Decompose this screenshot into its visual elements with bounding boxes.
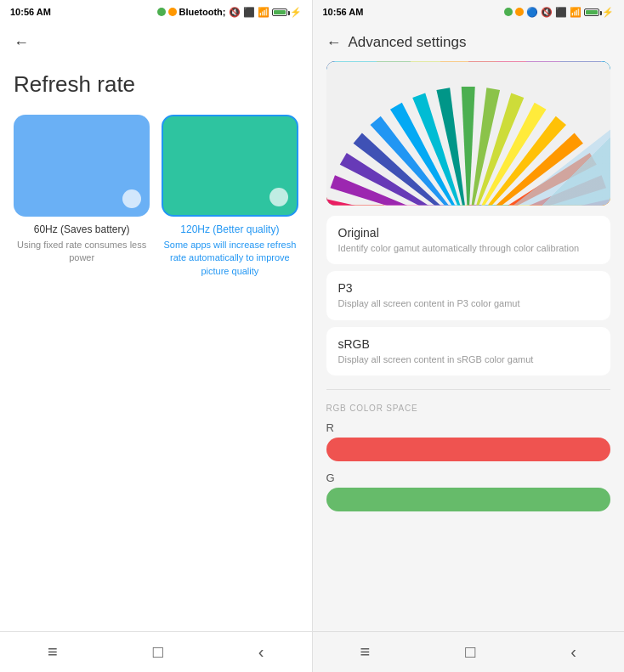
left-bluetooth-icon: Bluetooth; (179, 7, 226, 17)
right-nav-home-icon[interactable]: □ (465, 642, 475, 662)
right-bluetooth-icon: 🔵 (526, 7, 538, 18)
left-bottom-nav: ≡ □ ‹ (0, 631, 312, 672)
option-srgb-title: sRGB (338, 337, 599, 351)
right-content-area: Original Identify color gamut automatica… (313, 61, 625, 631)
rgb-section-label: RGB COLOR SPACE (326, 404, 611, 413)
left-nav-home-icon[interactable]: □ (153, 642, 163, 662)
option-p3-title: P3 (338, 281, 599, 295)
left-back-button[interactable]: ← (14, 34, 29, 52)
left-status-bar: 10:56 AM Bluetooth; 🔇 ⬛ 📶 ⚡ (0, 0, 312, 24)
left-nav-back-icon[interactable]: ‹ (258, 642, 264, 662)
right-back-button[interactable]: ← (326, 34, 342, 52)
card-120hz-circle (269, 188, 288, 206)
right-screen-icon: ⬛ (555, 7, 567, 18)
left-orange-indicator (168, 8, 177, 16)
left-nav-menu-icon[interactable]: ≡ (48, 642, 58, 662)
card-120hz-label: 120Hz (Better quality) (180, 223, 279, 235)
card-60hz-desc: Using fixed rate consumes less power (14, 239, 150, 265)
right-phone-panel: 10:56 AM 🔵 🔇 ⬛ 📶 ⚡ ← Advanced settings (313, 0, 625, 672)
right-status-bar: 10:56 AM 🔵 🔇 ⬛ 📶 ⚡ (313, 0, 625, 24)
left-mute-icon: 🔇 (229, 7, 241, 18)
left-status-icons: Bluetooth; 🔇 ⬛ 📶 ⚡ (157, 7, 302, 18)
right-bottom-nav: ≡ □ ‹ (313, 631, 625, 672)
right-nav-title: Advanced settings (349, 34, 467, 51)
option-original[interactable]: Original Identify color gamut automatica… (326, 216, 611, 264)
slider-g-label: G (326, 472, 611, 484)
slider-r-track[interactable] (326, 438, 611, 461)
right-nav-back-icon[interactable]: ‹ (570, 642, 576, 662)
right-charging-icon: ⚡ (602, 7, 614, 18)
left-screen-icon: ⬛ (243, 7, 255, 18)
option-p3[interactable]: P3 Display all screen content in P3 colo… (326, 271, 611, 319)
right-status-icons: 🔵 🔇 ⬛ 📶 ⚡ (504, 7, 614, 18)
right-mute-icon: 🔇 (541, 7, 553, 18)
option-original-title: Original (338, 226, 599, 240)
left-top-nav: ← (0, 24, 312, 61)
card-60hz[interactable]: 60Hz (Saves battery) Using fixed rate co… (14, 115, 150, 278)
refresh-rate-cards: 60Hz (Saves battery) Using fixed rate co… (14, 115, 298, 278)
card-120hz-visual (162, 115, 298, 217)
card-60hz-visual (14, 115, 150, 217)
left-content: Refresh rate 60Hz (Saves battery) Using … (0, 61, 312, 631)
left-charging-icon: ⚡ (290, 7, 302, 18)
color-pencils-image (326, 61, 611, 206)
slider-r-label: R (326, 421, 611, 434)
left-status-time: 10:56 AM (10, 7, 51, 17)
right-nav-menu-icon[interactable]: ≡ (360, 642, 371, 662)
right-green-indicator (504, 8, 513, 16)
option-srgb-desc: Display all screen content in sRGB color… (338, 353, 599, 365)
left-battery-icon (272, 8, 287, 16)
left-wifi-icon: 📶 (258, 7, 269, 18)
card-60hz-circle (122, 189, 141, 208)
page-title: Refresh rate (14, 71, 298, 98)
right-wifi-icon: 📶 (570, 7, 581, 18)
right-orange-indicator (515, 8, 524, 16)
right-status-time: 10:56 AM (323, 7, 364, 17)
card-120hz[interactable]: 120Hz (Better quality) Some apps will in… (162, 115, 298, 278)
option-srgb[interactable]: sRGB Display all screen content in sRGB … (326, 327, 611, 376)
option-p3-desc: Display all screen content in P3 color g… (338, 297, 599, 309)
card-120hz-desc: Some apps will increase refresh rate aut… (162, 239, 298, 278)
right-top-nav: ← Advanced settings (313, 24, 625, 61)
slider-r-section: R (326, 421, 611, 461)
left-green-indicator (157, 8, 166, 16)
slider-g-track[interactable] (326, 488, 611, 511)
card-60hz-label: 60Hz (Saves battery) (34, 223, 130, 235)
slider-g-section: G (326, 472, 611, 511)
left-phone-panel: 10:56 AM Bluetooth; 🔇 ⬛ 📶 ⚡ ← Refresh ra… (0, 0, 312, 672)
option-original-desc: Identify color gamut automatically throu… (338, 242, 599, 254)
rgb-section-divider (326, 389, 611, 390)
right-battery-icon (584, 8, 599, 16)
